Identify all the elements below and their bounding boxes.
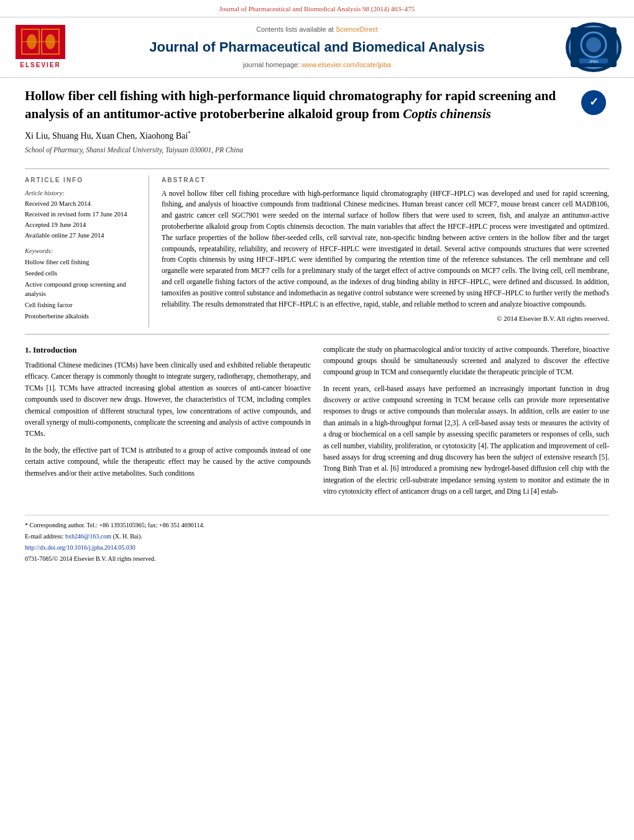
crossmark-icon[interactable]: ✓ — [581, 90, 606, 115]
footer-email-name: (X. H. Bai). — [113, 533, 142, 540]
abstract-column: ABSTRACT A novel hollow fiber cell fishi… — [162, 175, 609, 328]
article-history-block: Article history: Received 20 March 2014 … — [25, 188, 139, 241]
authors: Xi Liu, Shuang Hu, Xuan Chen, Xiaohong B… — [25, 129, 566, 142]
footer-issn: 0731-7085/© 2014 Elsevier B.V. All right… — [25, 555, 155, 562]
journal-logo-inner: JPBA — [569, 25, 618, 69]
abstract-text: A novel hollow fiber cell fishing proced… — [162, 188, 609, 310]
journal-logo-right: JPBA — [566, 22, 622, 72]
abstract-heading: ABSTRACT — [162, 175, 609, 185]
body-left-column: 1. Introduction Traditional Chinese medi… — [25, 344, 311, 502]
footer-corresponding-note: * Corresponding author. Tel.: +86 139351… — [25, 520, 609, 530]
homepage-line: journal homepage: www.elsevier.com/locat… — [81, 60, 553, 70]
crossmark-badge: ✓ — [578, 87, 609, 118]
svg-point-8 — [586, 37, 601, 52]
sciencedirect-link[interactable]: ScienceDirect — [336, 25, 378, 33]
affiliation: School of Pharmacy, Shanxi Medical Unive… — [25, 145, 566, 155]
elsevier-wordmark: ELSEVIER — [20, 60, 60, 70]
article-title-section: Hollow fiber cell fishing with high-perf… — [25, 87, 609, 162]
article-info-abstract-section: ARTICLE INFO Article history: Received 2… — [25, 175, 609, 328]
journal-reference-text: Journal of Pharmaceutical and Biomedical… — [219, 5, 415, 12]
elsevier-logo: ELSEVIER — [12, 25, 68, 70]
body-two-col: 1. Introduction Traditional Chinese medi… — [25, 344, 609, 502]
keyword-5: Protoberberine alkaloids — [25, 312, 139, 321]
keyword-2: Seeded cells — [25, 269, 139, 279]
article-info-column: ARTICLE INFO Article history: Received 2… — [25, 175, 149, 328]
intro-paragraph-2: In the body, the effective part of TCM i… — [25, 445, 311, 479]
intro-paragraph-4: In recent years, cell-based assays have … — [323, 383, 609, 497]
keyword-3: Active compound group screening and anal… — [25, 280, 139, 300]
elsevier-logo-image — [16, 25, 65, 59]
homepage-link[interactable]: www.elsevier.com/locate/jpba — [301, 61, 391, 68]
keywords-block: Keywords: Hollow fiber cell fishing Seed… — [25, 246, 139, 321]
article-title: Hollow fiber cell fishing with high-perf… — [25, 87, 566, 124]
svg-text:JPBA: JPBA — [589, 60, 598, 63]
journal-center: Contents lists available at ScienceDirec… — [68, 24, 566, 70]
author-asterisk: * — [188, 131, 191, 137]
footer-doi-link[interactable]: http://dx.doi.org/10.1016/j.jpba.2014.05… — [25, 544, 136, 551]
introduction-title: 1. Introduction — [25, 344, 311, 356]
keywords-label: Keywords: — [25, 246, 139, 256]
journal-header: ELSEVIER Contents lists available at Sci… — [0, 17, 634, 78]
intro-paragraph-1: Traditional Chinese medicines (TCMs) hav… — [25, 359, 311, 440]
article-info-heading: ARTICLE INFO — [25, 175, 139, 185]
article-body: Hollow fiber cell fishing with high-perf… — [0, 78, 634, 571]
footer-issn-line: 0731-7085/© 2014 Elsevier B.V. All right… — [25, 554, 609, 563]
accepted-date: Accepted 19 June 2014 — [25, 220, 139, 230]
keywords-list: Hollow fiber cell fishing Seeded cells A… — [25, 257, 139, 321]
journal-title: Journal of Pharmaceutical and Biomedical… — [81, 37, 553, 57]
footer-email[interactable]: bxh246@163.com — [65, 533, 111, 540]
intro-paragraph-3: complicate the study on pharmacological … — [323, 344, 609, 378]
body-right-column: complicate the study on pharmacological … — [323, 344, 609, 502]
contents-available-line: Contents lists available at ScienceDirec… — [81, 24, 553, 35]
divider-1 — [25, 168, 609, 169]
article-footer: * Corresponding author. Tel.: +86 139351… — [25, 515, 609, 563]
footer-email-label: E-mail address: — [25, 533, 63, 540]
body-content: 1. Introduction Traditional Chinese medi… — [25, 344, 609, 502]
keyword-4: Cell fishing factor — [25, 300, 139, 310]
article-title-text: Hollow fiber cell fishing with high-perf… — [25, 87, 578, 162]
page: Journal of Pharmaceutical and Biomedical… — [0, 0, 634, 571]
received-date: Received 20 March 2014 — [25, 199, 139, 209]
footer-email-line: E-mail address: bxh246@163.com (X. H. Ba… — [25, 532, 609, 541]
copyright-line: © 2014 Elsevier B.V. All rights reserved… — [162, 313, 609, 324]
received-revised-date: Received in revised form 17 June 2014 — [25, 210, 139, 219]
keyword-1: Hollow fiber cell fishing — [25, 257, 139, 267]
history-label: Article history: — [25, 188, 139, 198]
footer-doi-line: http://dx.doi.org/10.1016/j.jpba.2014.05… — [25, 543, 609, 552]
journal-reference-bar: Journal of Pharmaceutical and Biomedical… — [0, 0, 634, 17]
divider-2 — [25, 334, 609, 335]
available-online-date: Available online 27 June 2014 — [25, 231, 139, 241]
